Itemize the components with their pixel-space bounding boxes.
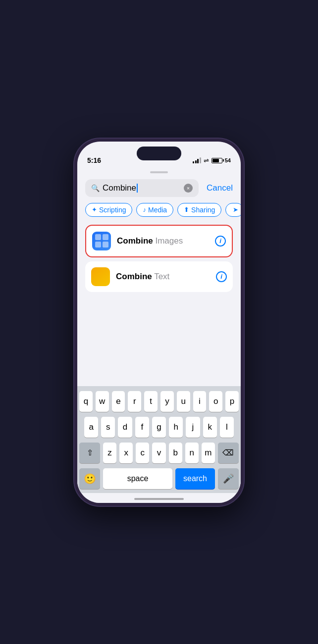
combine-text-info-button[interactable]: i — [216, 271, 227, 282]
keyboard-row-2: a s d f g h j k l — [77, 417, 241, 438]
key-z[interactable]: z — [103, 443, 116, 463]
grid-icon — [93, 232, 111, 250]
key-c[interactable]: c — [136, 443, 149, 463]
key-s[interactable]: s — [101, 417, 115, 438]
search-bar[interactable]: 🔍 Combine × — [85, 179, 199, 197]
wifi-icon: ⇌ — [204, 157, 209, 164]
key-j[interactable]: j — [186, 417, 200, 438]
combine-text-icon — [91, 267, 110, 286]
emoji-key[interactable]: 🙂 — [79, 468, 100, 489]
sharing-icon: ⬆ — [184, 206, 189, 213]
key-a[interactable]: a — [84, 417, 98, 438]
chip-media[interactable]: ♪ Media — [136, 203, 173, 217]
keyboard: q w e r t y u i o p a s d f g — [77, 386, 241, 493]
key-f[interactable]: f — [135, 417, 149, 438]
search-icon: 🔍 — [91, 184, 100, 192]
keyboard-row-3: ⇧ z x c v b n m ⌫ — [77, 443, 241, 463]
key-d[interactable]: d — [118, 417, 132, 438]
result-combine-text-wrapper: Combine Text i — [85, 261, 233, 292]
space-key[interactable]: space — [103, 468, 172, 489]
combine-images-name: Combine Images — [117, 236, 209, 246]
battery-percent: 54 — [225, 157, 231, 163]
chip-scripting-label: Scripting — [99, 206, 126, 214]
keyboard-bottom-row: 🙂 space search 🎤 — [77, 468, 241, 493]
key-x[interactable]: x — [119, 443, 133, 463]
result-name-bold-2: Combine — [116, 272, 152, 281]
chip-sharing-label: Sharing — [191, 206, 215, 214]
drag-handle — [150, 171, 168, 173]
search-container: 🔍 Combine × Cancel — [77, 179, 241, 197]
home-indicator — [134, 498, 184, 500]
key-n[interactable]: n — [185, 443, 199, 463]
keyboard-row-1: q w e r t y u i o p — [77, 391, 241, 412]
key-t[interactable]: t — [144, 391, 158, 412]
combine-images-icon — [92, 232, 111, 250]
result-name-suffix-2: Text — [152, 272, 170, 281]
chip-media-label: Media — [148, 206, 167, 214]
key-r[interactable]: r — [128, 391, 141, 412]
key-e[interactable]: e — [112, 391, 125, 412]
key-o[interactable]: o — [209, 391, 222, 412]
key-h[interactable]: h — [169, 417, 183, 438]
lines-icon — [98, 269, 104, 284]
search-key[interactable]: search — [175, 468, 215, 489]
key-u[interactable]: u — [177, 391, 190, 412]
scripting-icon: ✦ — [92, 206, 97, 213]
key-g[interactable]: g — [152, 417, 166, 438]
chip-scripting[interactable]: ✦ Scripting — [85, 203, 132, 217]
media-icon: ♪ — [143, 206, 146, 213]
key-w[interactable]: w — [96, 391, 109, 412]
result-combine-text[interactable]: Combine Text i — [85, 261, 233, 292]
result-combine-images-wrapper: Combine Images i — [85, 225, 233, 257]
content-area: 🔍 Combine × Cancel ✦ Scripting ♪ — [77, 167, 241, 503]
dynamic-island — [137, 147, 181, 160]
key-y[interactable]: y — [160, 391, 174, 412]
chip-sharing[interactable]: ⬆ Sharing — [177, 203, 221, 217]
key-i[interactable]: i — [193, 391, 207, 412]
key-b[interactable]: b — [169, 443, 182, 463]
result-name-suffix: Images — [153, 236, 183, 246]
shift-key[interactable]: ⇧ — [79, 443, 100, 463]
mic-key[interactable]: 🎤 — [218, 468, 239, 489]
location-icon: ➤ — [233, 206, 238, 213]
battery-icon — [212, 158, 222, 163]
key-v[interactable]: v — [152, 443, 165, 463]
status-icons: ⇌ 54 — [193, 157, 231, 164]
filter-chips: ✦ Scripting ♪ Media ⬆ Sharing ➤ — [77, 203, 241, 217]
result-name-bold: Combine — [117, 236, 153, 246]
key-l[interactable]: l — [220, 417, 234, 438]
chip-location[interactable]: ➤ — [225, 203, 241, 217]
key-m[interactable]: m — [202, 443, 215, 463]
cursor — [137, 184, 138, 193]
cancel-button[interactable]: Cancel — [203, 183, 233, 193]
search-input[interactable]: Combine — [103, 183, 181, 193]
combine-text-name: Combine Text — [116, 272, 210, 282]
result-combine-images[interactable]: Combine Images i — [86, 226, 232, 256]
combine-images-info-button[interactable]: i — [215, 236, 226, 247]
delete-key[interactable]: ⌫ — [218, 443, 239, 463]
key-p[interactable]: p — [225, 391, 239, 412]
key-k[interactable]: k — [203, 417, 217, 438]
clear-button[interactable]: × — [184, 184, 193, 193]
signal-icon — [193, 157, 201, 163]
search-value: Combine — [103, 183, 136, 193]
key-q[interactable]: q — [79, 391, 93, 412]
